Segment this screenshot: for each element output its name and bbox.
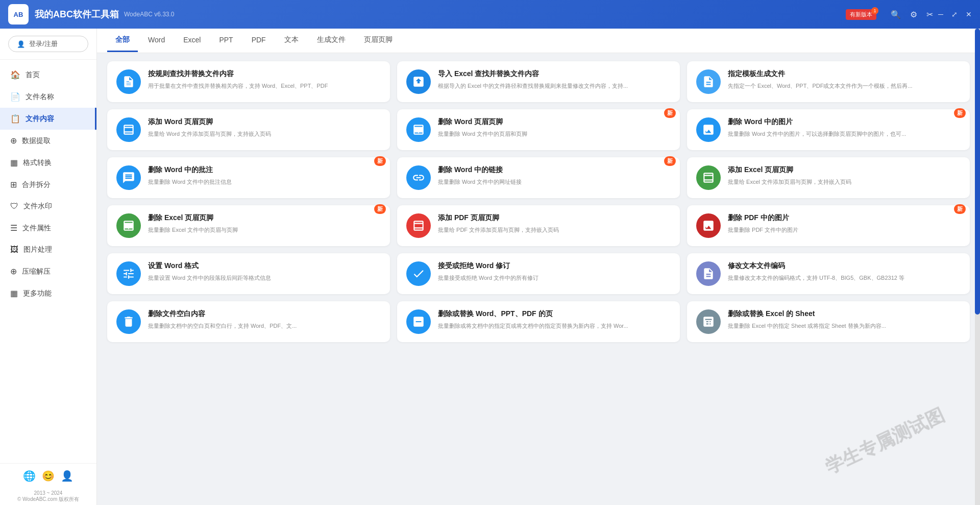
- tool-icon-add-word-headerfooter: [116, 117, 141, 142]
- version-badge[interactable]: 有新版本 1: [846, 9, 876, 20]
- tool-info-delete-replace-page: 删除或替换 Word、PPT、PDF 的页 批量删除或将文档中的指定页或将文档中…: [438, 309, 671, 330]
- tab-pdf[interactable]: PDF: [243, 30, 274, 52]
- sidebar-item-home[interactable]: 🏠 首页: [0, 64, 96, 86]
- tool-icon-delete-replace-page: [406, 309, 431, 334]
- tool-desc-import-excel-replace: 根据导入的 Excel 中的文件路径和查找替换规则来批量修改文件内容，支持...: [438, 82, 671, 90]
- filecontent-icon: 📋: [10, 114, 20, 124]
- scrollbar-thumb[interactable]: [975, 29, 980, 315]
- tool-delete-word-links[interactable]: 新 删除 Word 中的链接 批量删除 Word 文件中的网址链接: [397, 157, 680, 198]
- copyright-text: © WodeABC.com 版权所有: [2, 496, 94, 503]
- imageprocess-icon: 🖼: [10, 245, 18, 254]
- close-button[interactable]: ✕: [966, 10, 972, 18]
- filewatermark-icon: 🛡: [10, 202, 18, 211]
- version-notification-dot: 1: [871, 7, 878, 14]
- login-register-button[interactable]: 👤 登录/注册: [8, 36, 88, 52]
- sidebar: 👤 登录/注册 🏠 首页 📄 文件名称 📋 文件内容 ⊕ 数据提取 ▦: [0, 29, 97, 505]
- maximize-button[interactable]: ⤢: [951, 10, 958, 18]
- tool-icon-delete-pdf-images: [696, 213, 721, 238]
- tool-icon-find-replace-rule: [116, 69, 141, 94]
- sidebar-item-more[interactable]: ▦ 更多功能: [0, 282, 96, 304]
- tool-title-set-word-format: 设置 Word 格式: [148, 261, 381, 271]
- globe-icon[interactable]: 🌐: [23, 470, 36, 482]
- tool-delete-pdf-images[interactable]: 新 删除 PDF 中的图片 批量删除 PDF 文件中的图片: [687, 205, 970, 246]
- tool-delete-excel-headerfooter[interactable]: 新 删除 Excel 页眉页脚 批量删除 Excel 文件中的页眉与页脚: [107, 205, 390, 246]
- tool-desc-add-word-headerfooter: 批量给 Word 文件添加页眉与页脚，支持嵌入页码: [148, 130, 381, 138]
- sidebar-item-fileattr[interactable]: ☰ 文件属性: [0, 217, 96, 239]
- tool-info-delete-excel-headerfooter: 删除 Excel 页眉页脚 批量删除 Excel 文件中的页眉与页脚: [148, 213, 381, 234]
- tool-find-replace-rule[interactable]: 按规则查找并替换文件内容 用于批量在文件中查找并替换相关内容，支持 Word、E…: [107, 61, 390, 102]
- sidebar-item-filename[interactable]: 📄 文件名称: [0, 86, 96, 108]
- sidebar-menu: 🏠 首页 📄 文件名称 📋 文件内容 ⊕ 数据提取 ▦ 格式转换 ⊞ 合并拆分: [0, 60, 96, 463]
- tool-title-modify-text-encoding: 修改文本文件编码: [728, 261, 961, 271]
- sidebar-item-dataextract[interactable]: ⊕ 数据提取: [0, 130, 96, 152]
- tool-info-delete-blank-content: 删除文件空白内容 批量删除文档中的空白页和空白行，支持 Word、PDF、文..…: [148, 309, 381, 330]
- settings-icon[interactable]: ⚙: [910, 10, 917, 19]
- tab-ppt[interactable]: PPT: [211, 30, 241, 52]
- sidebar-item-imageprocess[interactable]: 🖼 图片处理: [0, 239, 96, 260]
- scissors-icon[interactable]: ✂: [926, 10, 933, 19]
- sidebar-item-filecontent[interactable]: 📋 文件内容: [0, 108, 96, 130]
- tool-delete-blank-content[interactable]: 删除文件空白内容 批量删除文档中的空白页和空白行，支持 Word、PDF、文..…: [107, 301, 390, 342]
- tool-title-delete-excel-headerfooter: 删除 Excel 页眉页脚: [148, 213, 381, 223]
- search-icon[interactable]: 🔍: [891, 10, 901, 19]
- tool-desc-delete-excel-headerfooter: 批量删除 Excel 文件中的页眉与页脚: [148, 226, 381, 234]
- tool-delete-word-images[interactable]: 新 删除 Word 中的图片 批量删除 Word 文件中的图片，可以选择删除页眉…: [687, 109, 970, 150]
- login-label: 登录/注册: [29, 39, 58, 49]
- tool-delete-replace-page[interactable]: 删除或替换 Word、PPT、PDF 的页 批量删除或将文档中的指定页或将文档中…: [397, 301, 680, 342]
- app-title: 我的ABC软件工具箱: [35, 8, 119, 20]
- tool-delete-replace-sheet[interactable]: 删除或替换 Excel 的 Sheet 批量删除 Excel 中的指定 Shee…: [687, 301, 970, 342]
- main-layout: 👤 登录/注册 🏠 首页 📄 文件名称 📋 文件内容 ⊕ 数据提取 ▦: [0, 29, 980, 505]
- copyright-section: 2013 ~ 2024 © WodeABC.com 版权所有: [0, 488, 96, 505]
- tab-excel[interactable]: Excel: [175, 30, 209, 52]
- tool-modify-text-encoding[interactable]: 修改文本文件编码 批量修改文本文件的编码格式，支持 UTF-8、BIG5、GBK…: [687, 253, 970, 294]
- tool-desc-add-excel-headerfooter: 批量给 Excel 文件添加页眉与页脚，支持嵌入页码: [728, 178, 961, 186]
- tool-info-add-pdf-headerfooter: 添加 PDF 页眉页脚 批量给 PDF 文件添加页眉与页脚，支持嵌入页码: [438, 213, 671, 234]
- tab-generatefile[interactable]: 生成文件: [309, 29, 354, 52]
- sidebar-login-section: 👤 登录/注册: [0, 29, 96, 60]
- tool-icon-delete-replace-sheet: [696, 309, 721, 334]
- tool-title-delete-blank-content: 删除文件空白内容: [148, 309, 381, 319]
- sidebar-label-more: 更多功能: [23, 289, 52, 298]
- logo-text: AB: [14, 11, 23, 18]
- dataextract-icon: ⊕: [10, 136, 17, 146]
- tool-icon-add-pdf-headerfooter: [406, 213, 431, 238]
- content-area: 全部 Word Excel PPT PDF 文本 生成文件 页眉页脚 按规则查找…: [97, 29, 980, 505]
- tool-template-generate[interactable]: 指定模板生成文件 先指定一个 Excel、Word、PPT、PDF或文本文件作为…: [687, 61, 970, 102]
- tool-delete-word-headerfooter[interactable]: 新 删除 Word 页眉页脚 批量删除 Word 文件中的页眉和页脚: [397, 109, 680, 150]
- tool-title-add-word-headerfooter: 添加 Word 页眉页脚: [148, 117, 381, 127]
- sidebar-item-compress[interactable]: ⊕ 压缩解压: [0, 260, 96, 282]
- file-icon: 📄: [10, 92, 20, 102]
- mergesplit-icon: ⊞: [10, 180, 17, 189]
- tab-headerfooter[interactable]: 页眉页脚: [356, 29, 401, 52]
- sidebar-item-filewatermark[interactable]: 🛡 文件水印: [0, 196, 96, 217]
- tab-all[interactable]: 全部: [107, 29, 138, 52]
- tool-title-delete-word-comments: 删除 Word 中的批注: [148, 165, 381, 175]
- tool-icon-modify-text-encoding: [696, 261, 721, 286]
- tool-icon-delete-word-images: [696, 117, 721, 142]
- sidebar-item-formatconvert[interactable]: ▦ 格式转换: [0, 152, 96, 174]
- tool-desc-modify-text-encoding: 批量修改文本文件的编码格式，支持 UTF-8、BIG5、GBK、GB2312 等: [728, 274, 961, 282]
- tool-accept-reject-word[interactable]: 接受或拒绝 Word 修订 批量接受或拒绝 Word 文件中的所有修订: [397, 253, 680, 294]
- tool-add-pdf-headerfooter[interactable]: 添加 PDF 页眉页脚 批量给 PDF 文件添加页眉与页脚，支持嵌入页码: [397, 205, 680, 246]
- sidebar-label-imageprocess: 图片处理: [23, 245, 52, 254]
- user-icon: 👤: [17, 40, 25, 48]
- tool-title-delete-pdf-images: 删除 PDF 中的图片: [728, 213, 961, 223]
- tab-word[interactable]: Word: [140, 30, 173, 52]
- tool-add-word-headerfooter[interactable]: 添加 Word 页眉页脚 批量给 Word 文件添加页眉与页脚，支持嵌入页码: [107, 109, 390, 150]
- tab-text[interactable]: 文本: [276, 29, 307, 52]
- tool-set-word-format[interactable]: 设置 Word 格式 批量设置 Word 文件中的段落段后间距等格式信息: [107, 253, 390, 294]
- tool-add-excel-headerfooter[interactable]: 添加 Excel 页眉页脚 批量给 Excel 文件添加页眉与页脚，支持嵌入页码: [687, 157, 970, 198]
- new-badge-delete-pdf-images: 新: [954, 204, 966, 214]
- tool-title-delete-word-headerfooter: 删除 Word 页眉页脚: [438, 117, 671, 127]
- emoji-icon[interactable]: 😊: [42, 470, 55, 482]
- tool-title-import-excel-replace: 导入 Excel 查找并替换文件内容: [438, 69, 671, 79]
- tool-info-set-word-format: 设置 Word 格式 批量设置 Word 文件中的段落段后间距等格式信息: [148, 261, 381, 282]
- tool-icon-delete-word-headerfooter: [406, 117, 431, 142]
- formatconvert-icon: ▦: [10, 158, 18, 167]
- user-circle-icon[interactable]: 👤: [61, 470, 74, 482]
- tool-import-excel-replace[interactable]: 导入 Excel 查找并替换文件内容 根据导入的 Excel 中的文件路径和查找…: [397, 61, 680, 102]
- minimize-button[interactable]: ─: [938, 10, 943, 18]
- tool-delete-word-comments[interactable]: 新 删除 Word 中的批注 批量删除 Word 文件中的批注信息: [107, 157, 390, 198]
- sidebar-label-compress: 压缩解压: [22, 267, 51, 276]
- sidebar-item-mergesplit[interactable]: ⊞ 合并拆分: [0, 174, 96, 196]
